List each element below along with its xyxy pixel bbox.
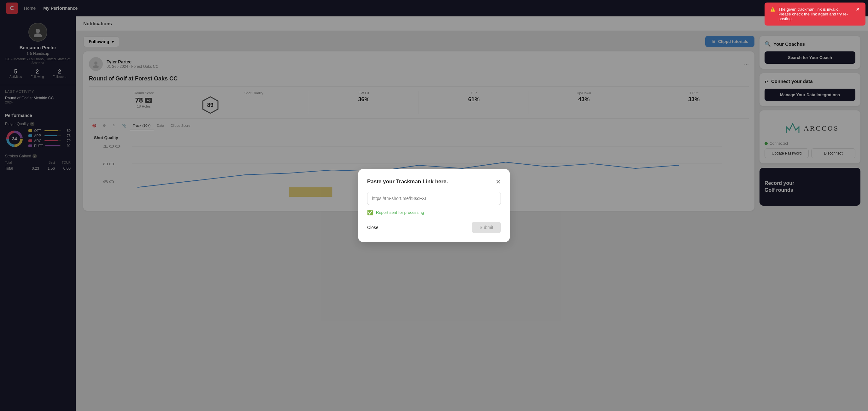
trackman-link-input[interactable]	[367, 192, 501, 205]
modal-header: Paste your Trackman Link here. ✕	[367, 178, 501, 186]
error-message: The given trackman link is invalid. Plea…	[778, 7, 852, 21]
success-icon: ✅	[367, 210, 373, 215]
modal-footer: Close Submit	[367, 222, 501, 233]
error-icon: ⚠️	[770, 7, 775, 12]
error-toast: ⚠️ The given trackman link is invalid. P…	[765, 2, 866, 26]
modal-submit-button[interactable]: Submit	[472, 222, 501, 233]
modal-overlay[interactable]: Paste your Trackman Link here. ✕ ✅ Repor…	[0, 0, 868, 411]
modal-title: Paste your Trackman Link here.	[367, 179, 448, 185]
modal-close-button[interactable]: ✕	[496, 178, 501, 186]
modal-success-message: ✅ Report sent for processing	[367, 210, 501, 215]
trackman-modal: Paste your Trackman Link here. ✕ ✅ Repor…	[358, 169, 510, 242]
error-toast-close-button[interactable]: ✕	[856, 7, 860, 12]
modal-close-text-button[interactable]: Close	[367, 225, 378, 230]
